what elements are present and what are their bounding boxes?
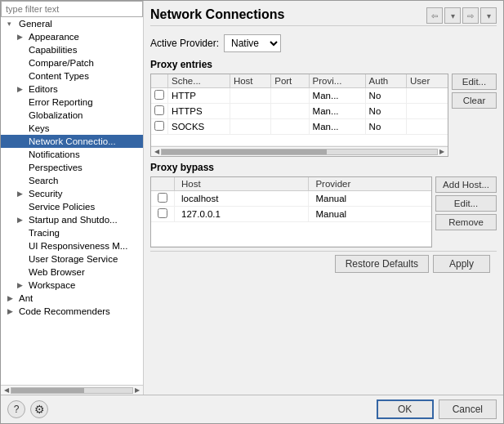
restore-defaults-button[interactable]: Restore Defaults	[335, 255, 429, 273]
bypass-host: localhost	[175, 191, 309, 207]
spacer-icon	[17, 111, 27, 119]
row-checkbox[interactable]	[154, 90, 164, 100]
sidebar-item-capabilities[interactable]: Capabilities	[1, 43, 143, 56]
sidebar-item-user-storage[interactable]: User Storage Service	[1, 252, 143, 266]
scroll-right-icon[interactable]: ▶	[438, 148, 446, 155]
sidebar-item-notifications[interactable]: Notifications	[1, 148, 143, 161]
row-scheme: SOCKS	[168, 119, 230, 135]
footer-left: ? ⚙	[7, 400, 48, 418]
proxy-bypass-label: Proxy bypass	[150, 162, 497, 173]
edit-proxy-button[interactable]: Edit...	[452, 74, 497, 90]
row-check-cell[interactable]	[151, 119, 168, 135]
cancel-button[interactable]: Cancel	[439, 399, 497, 419]
scroll-left-icon[interactable]: ◀	[2, 386, 11, 394]
sidebar-item-label: Workspace	[29, 280, 75, 290]
dropdown-button[interactable]: ▾	[444, 7, 461, 24]
col-port: Port	[271, 74, 309, 88]
edit-bypass-button[interactable]: Edit...	[435, 195, 497, 212]
sidebar-item-web-browser[interactable]: Web Browser	[1, 266, 143, 279]
sidebar-item-label: Network Connectio...	[29, 136, 116, 146]
sidebar-item-ant[interactable]: ▶ Ant	[1, 292, 143, 305]
footer-right: OK Cancel	[377, 399, 497, 419]
ok-button[interactable]: OK	[377, 399, 434, 419]
proxy-table-scrollbar[interactable]: ◀ ▶	[151, 146, 448, 156]
sidebar-item-label: UI Responsiveness M...	[29, 241, 127, 251]
bypass-checkbox[interactable]	[158, 208, 167, 218]
help-icon: ?	[14, 404, 20, 415]
table-row: HTTP Man... No	[151, 88, 448, 104]
sidebar-item-tracing[interactable]: Tracing	[1, 226, 143, 239]
sidebar-item-label: Compare/Patch	[29, 58, 94, 68]
sidebar-item-label: Editors	[29, 84, 58, 94]
sidebar-item-general[interactable]: ▾ General	[1, 17, 143, 30]
sidebar-item-ui-responsiveness[interactable]: UI Responsiveness M...	[1, 239, 143, 252]
back-button[interactable]: ⇦	[426, 7, 443, 24]
remove-bypass-button[interactable]: Remove	[435, 214, 497, 230]
sidebar-item-appearance[interactable]: ▶ Appearance	[1, 30, 143, 43]
sidebar-item-security[interactable]: ▶ Security	[1, 187, 143, 200]
row-auth: No	[365, 104, 406, 119]
expand-icon: ▶	[17, 85, 27, 93]
sidebar-item-startup-shutdown[interactable]: ▶ Startup and Shutdo...	[1, 213, 143, 226]
active-provider-label: Active Provider:	[150, 38, 219, 49]
sidebar-item-perspectives[interactable]: Perspectives	[1, 161, 143, 174]
row-user	[406, 104, 448, 119]
row-host	[230, 119, 270, 135]
proxy-entries-label: Proxy entries	[150, 59, 497, 70]
apply-button[interactable]: Apply	[433, 255, 490, 273]
dialog-body: ▾ General ▶ Appearance Capabilities Comp…	[1, 1, 503, 395]
row-check-cell[interactable]	[151, 104, 168, 119]
sidebar-item-keys[interactable]: Keys	[1, 122, 143, 135]
proxy-bypass-section: Proxy bypass Host Provider	[150, 162, 497, 248]
col-host: Host	[175, 177, 309, 191]
row-auth: No	[365, 88, 406, 104]
help-button[interactable]: ?	[7, 400, 25, 418]
spacer-icon	[17, 242, 27, 250]
sidebar-item-label: Web Browser	[29, 267, 85, 277]
sidebar-item-label: Security	[29, 189, 63, 199]
provider-select[interactable]: Native Direct Manual	[224, 34, 281, 52]
menu-button[interactable]: ▾	[480, 7, 497, 24]
spacer-icon	[17, 203, 27, 211]
preferences-button[interactable]: ⚙	[30, 400, 48, 418]
sidebar-item-search[interactable]: Search	[1, 174, 143, 187]
nav-icons: ⇦ ▾ ⇨ ▾	[426, 7, 497, 24]
forward-button[interactable]: ⇨	[462, 7, 479, 24]
sidebar-item-content-types[interactable]: Content Types	[1, 69, 143, 83]
clear-proxy-button[interactable]: Clear	[452, 92, 497, 109]
row-user	[406, 88, 448, 104]
sidebar-item-workspace[interactable]: ▶ Workspace	[1, 279, 143, 292]
scroll-left-icon[interactable]: ◀	[153, 148, 161, 155]
sidebar-item-label: Globalization	[29, 110, 83, 120]
sidebar-item-code-recommenders[interactable]: ▶ Code Recommenders	[1, 305, 143, 318]
sidebar-item-editors[interactable]: ▶ Editors	[1, 83, 143, 96]
scroll-right-icon[interactable]: ▶	[133, 386, 141, 394]
scroll-thumb	[11, 388, 84, 393]
left-panel: ▾ General ▶ Appearance Capabilities Comp…	[1, 1, 144, 395]
bypass-check-cell[interactable]	[151, 207, 175, 222]
bypass-checkbox[interactable]	[158, 193, 167, 203]
row-user	[406, 119, 448, 135]
sidebar-item-globalization[interactable]: Globalization	[1, 109, 143, 122]
bypass-row: 127.0.0.1 Manual	[151, 207, 431, 222]
bypass-table-and-buttons: Host Provider localhost Manual	[150, 176, 497, 248]
add-host-button[interactable]: Add Host...	[435, 176, 497, 193]
row-check-cell[interactable]	[151, 88, 168, 104]
footer-bar: ? ⚙ OK Cancel	[1, 395, 503, 423]
sidebar-item-network-connections[interactable]: Network Connectio...	[1, 135, 143, 148]
sidebar-item-service-policies[interactable]: Service Policies	[1, 200, 143, 213]
row-auth: No	[365, 119, 406, 135]
bypass-host: 127.0.0.1	[175, 207, 309, 222]
spacer-icon	[17, 137, 27, 145]
bypass-check-cell[interactable]	[151, 191, 175, 207]
sidebar-item-compare-patch[interactable]: Compare/Patch	[1, 56, 143, 69]
scroll-track	[11, 387, 133, 394]
col-scheme: Sche...	[168, 74, 230, 88]
proxy-entries-side-buttons: Edit... Clear	[452, 74, 497, 157]
filter-input[interactable]	[1, 1, 143, 17]
row-checkbox[interactable]	[154, 121, 164, 131]
left-panel-scrollbar[interactable]: ◀ ▶	[1, 385, 143, 395]
sidebar-item-error-reporting[interactable]: Error Reporting	[1, 96, 143, 109]
row-checkbox[interactable]	[154, 105, 164, 115]
proxy-entries-section: Proxy entries Sche... Host Port Provi...	[150, 59, 497, 157]
